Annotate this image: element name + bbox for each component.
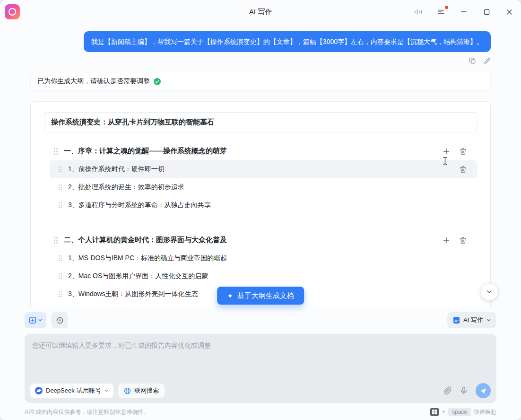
titlebar: AI 写作 — [0, 0, 521, 24]
user-message-bubble: 我是【新闻稿主编】，帮我写一篇关于【操作系统演变史】的【文章】，篇幅【3000字… — [84, 31, 491, 52]
shortcut-hint-text: 快速唤起 — [474, 408, 496, 416]
delete-item-icon[interactable] — [460, 166, 467, 173]
menu-button[interactable] — [436, 7, 446, 17]
copy-icon[interactable] — [469, 57, 476, 64]
outline-item-row[interactable]: 3、多道程序与分时系统的革命：从独占走向共享 — [50, 196, 477, 214]
attachment-icon[interactable] — [443, 386, 452, 395]
microphone-icon[interactable] — [460, 386, 468, 395]
chat-area: 我是【新闻稿主编】，帮我写一篇关于【操作系统演变史】的【文章】，篇幅【3000字… — [0, 24, 521, 306]
drag-handle-icon[interactable] — [58, 166, 62, 173]
audio-bars-icon[interactable] — [413, 7, 424, 17]
drag-handle-icon[interactable] — [58, 273, 62, 280]
drag-handle-icon[interactable] — [53, 236, 58, 244]
scroll-to-bottom-button[interactable] — [481, 283, 498, 300]
drag-handle-icon[interactable] — [53, 148, 58, 155]
app-window: AI 写作 我是【新闻稿主编】，帮我写一篇关于【操作系统演变史】的【文章】，篇幅… — [0, 0, 521, 420]
disclaimer-text: AI生成的内容仅供参考，请注意甄别信息准确性。 — [25, 408, 149, 416]
sparkle-icon: ✦ — [227, 292, 233, 299]
history-icon — [56, 316, 64, 324]
model-selector-label: DeepSeek-试用账号 — [46, 386, 101, 395]
section-heading-text: 一、序章：计算之魂的觉醒——操作系统概念的萌芽 — [64, 147, 437, 156]
outline-item-row[interactable]: 1、前操作系统时代：硬件即一切 — [50, 160, 477, 178]
history-button[interactable] — [51, 312, 68, 328]
outline-item-text: 2、批处理系统的诞生：效率的初步追求 — [68, 183, 467, 192]
deepseek-logo-icon — [35, 387, 43, 394]
footer-bar: AI生成的内容仅供参考，请注意甄别信息准确性。 + space 快速唤起 — [25, 408, 496, 416]
composer-right-actions — [443, 383, 491, 398]
new-chat-button[interactable] — [25, 312, 46, 328]
composer-input[interactable] — [25, 334, 496, 380]
success-check-icon — [154, 78, 161, 85]
drag-handle-icon[interactable] — [58, 291, 62, 298]
chevron-down-icon — [486, 289, 493, 295]
section-heading-text: 二、个人计算机的黄金时代：图形界面与大众化普及 — [64, 236, 437, 245]
drag-handle-icon[interactable] — [58, 184, 62, 191]
drag-handle-icon[interactable] — [58, 202, 62, 209]
outline-card: 操作系统演变史：从穿孔卡片到万物互联的智能基石 一、序章：计算之魂的觉醒——操作… — [30, 101, 491, 306]
notification-dot — [445, 6, 448, 9]
ai-writing-doc-icon — [453, 316, 460, 324]
chevron-down-icon — [486, 319, 491, 322]
outline-item-text: 1、MS-DOS与IBM PC：标准的确立与商业帝国的崛起 — [68, 254, 467, 262]
outline-item-text: 2、Mac OS与图形用户界面：人性化交互的启蒙 — [68, 272, 467, 280]
assistant-status-text: 已为你生成大纲，请确认是否需要调整 — [37, 77, 150, 86]
outline-item-text: 1、前操作系统时代：硬件即一切 — [68, 165, 454, 174]
windows-key-icon — [430, 408, 439, 416]
generate-document-label: 基于大纲生成文档 — [237, 291, 294, 300]
outline-title-field[interactable]: 操作系统演变史：从穿孔卡片到万物互联的智能基石 — [44, 112, 477, 132]
shortcut-plus: + — [442, 409, 445, 415]
edit-icon[interactable] — [484, 57, 491, 64]
app-logo — [5, 4, 20, 19]
globe-icon — [124, 387, 131, 394]
message-actions — [30, 57, 491, 64]
outline-item-row[interactable]: 2、Mac OS与图形用户界面：人性化交互的启蒙 — [50, 267, 477, 285]
maximize-button[interactable] — [481, 7, 492, 17]
assistant-status-card: 已为你生成大纲，请确认是否需要调整 — [30, 72, 491, 91]
composer-box: DeepSeek-试用账号 联网搜索 — [25, 334, 496, 403]
outline-item-text: 3、多道程序与分时系统的革命：从独占走向共享 — [68, 201, 467, 210]
close-button[interactable] — [504, 7, 514, 17]
section-heading-row[interactable]: 二、个人计算机的黄金时代：图形界面与大众化普及 — [44, 231, 477, 249]
minimize-button[interactable] — [459, 7, 469, 17]
hamburger-icon — [437, 9, 445, 15]
web-search-label: 联网搜索 — [134, 386, 159, 395]
outline-item-row[interactable]: 1、MS-DOS与IBM PC：标准的确立与商业帝国的崛起 — [50, 249, 477, 267]
generate-document-button[interactable]: ✦ 基于大纲生成文档 — [217, 287, 304, 305]
section-heading-row[interactable]: 一、序章：计算之魂的觉醒——操作系统概念的萌芽 — [44, 142, 477, 160]
composer-panel: AI 写作 DeepSeek-试用账号 联网搜索 — [0, 306, 521, 420]
space-keycap: space — [448, 408, 471, 416]
chevron-down-icon — [104, 389, 109, 392]
add-subitem-icon[interactable] — [443, 236, 450, 244]
mode-selector[interactable]: AI 写作 — [447, 312, 496, 328]
section-divider — [44, 221, 477, 221]
outline-section: 一、序章：计算之魂的觉醒——操作系统概念的萌芽 1、前操作系统时 — [44, 142, 477, 221]
delete-section-icon[interactable] — [460, 148, 467, 155]
new-chat-icon — [29, 316, 36, 324]
app-logo-icon — [8, 8, 17, 16]
window-controls — [413, 0, 514, 24]
outline-item-row[interactable]: 2、批处理系统的诞生：效率的初步追求 — [50, 178, 477, 196]
chevron-down-icon — [38, 319, 42, 322]
send-button[interactable] — [476, 383, 491, 398]
web-search-toggle[interactable]: 联网搜索 — [118, 384, 165, 398]
composer-bottom-bar: DeepSeek-试用账号 联网搜索 — [30, 383, 491, 398]
send-icon — [480, 387, 487, 394]
composer-toolbar: AI 写作 — [25, 312, 496, 328]
mode-selector-label: AI 写作 — [463, 316, 483, 324]
shortcut-hint: + space 快速唤起 — [430, 408, 496, 416]
drag-handle-icon[interactable] — [58, 255, 62, 262]
delete-section-icon[interactable] — [460, 236, 467, 244]
add-subitem-icon[interactable] — [443, 148, 450, 155]
model-selector[interactable]: DeepSeek-试用账号 — [30, 384, 113, 398]
